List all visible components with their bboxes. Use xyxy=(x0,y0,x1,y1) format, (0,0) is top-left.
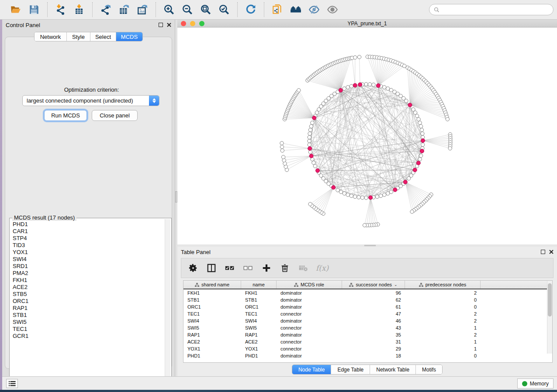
network-node[interactable] xyxy=(407,177,411,180)
network-node[interactable] xyxy=(349,84,353,88)
close-panel-button[interactable]: Close panel xyxy=(92,110,138,121)
network-node[interactable] xyxy=(313,164,317,168)
network-node[interactable] xyxy=(281,155,285,159)
network-node[interactable] xyxy=(346,86,349,89)
tab-node-table[interactable]: Node Table xyxy=(292,365,332,374)
mcds-node[interactable] xyxy=(353,83,357,87)
mcds-node[interactable] xyxy=(308,147,312,151)
network-node[interactable] xyxy=(386,192,390,195)
table-row[interactable]: PHD1PHD1dominator180 xyxy=(183,352,552,359)
mcds-node[interactable] xyxy=(309,154,313,158)
network-node[interactable] xyxy=(419,124,422,128)
mcds-result-item[interactable]: STB5 xyxy=(13,291,165,298)
clone-network-icon[interactable] xyxy=(270,2,285,17)
memory-button[interactable]: Memory xyxy=(517,378,554,389)
network-node[interactable] xyxy=(375,195,379,198)
network-node[interactable] xyxy=(418,158,422,161)
search-box[interactable] xyxy=(429,4,554,15)
export-image-icon[interactable] xyxy=(135,2,150,17)
hide-selected-icon[interactable] xyxy=(306,2,322,17)
network-node[interactable] xyxy=(336,188,339,192)
mcds-node[interactable] xyxy=(339,88,343,92)
network-node[interactable] xyxy=(379,194,382,197)
close-table-panel-icon[interactable] xyxy=(549,250,554,254)
network-node[interactable] xyxy=(311,121,314,124)
close-panel-icon[interactable] xyxy=(167,23,171,27)
table-row[interactable]: SWI4SWI4dominator462 xyxy=(183,317,552,324)
table-row[interactable]: RAP1RAP1dominator352 xyxy=(183,331,552,338)
network-node[interactable] xyxy=(364,196,368,199)
network-node[interactable] xyxy=(386,87,390,90)
table-row[interactable]: FKH1FKH1dominator962 xyxy=(183,289,552,296)
table-row[interactable]: SWI5SWI5connector431 xyxy=(183,324,552,331)
mcds-result-item[interactable]: PHD1 xyxy=(13,221,165,228)
mcds-result-item[interactable]: STP4 xyxy=(13,235,165,242)
mcds-result-item[interactable]: FKH1 xyxy=(13,277,165,284)
table-scrollbar[interactable] xyxy=(547,281,552,354)
network-node[interactable] xyxy=(308,135,311,139)
import-network-icon[interactable] xyxy=(53,2,69,17)
mcds-node[interactable] xyxy=(421,139,425,143)
network-node[interactable] xyxy=(343,192,346,195)
network-node[interactable] xyxy=(346,193,349,196)
network-node[interactable] xyxy=(389,190,393,193)
table-row[interactable]: STB1STB1dominator620 xyxy=(183,296,552,303)
refresh-icon[interactable] xyxy=(243,2,259,17)
mcds-node[interactable] xyxy=(408,103,412,107)
network-node[interactable] xyxy=(421,143,425,146)
mcds-node[interactable] xyxy=(403,180,407,184)
save-icon[interactable] xyxy=(26,2,42,17)
mcds-node[interactable] xyxy=(369,196,373,199)
network-node[interactable] xyxy=(410,210,414,213)
network-node[interactable] xyxy=(418,121,422,124)
network-node[interactable] xyxy=(308,132,311,135)
float-panel-icon[interactable] xyxy=(159,23,163,27)
window-minimize-light[interactable] xyxy=(190,21,195,26)
mcds-node[interactable] xyxy=(420,149,424,153)
window-close-light[interactable] xyxy=(181,21,186,26)
network-node[interactable] xyxy=(360,196,364,199)
table-row[interactable]: TEC1TEC1connector472 xyxy=(183,310,552,317)
horizontal-splitter-handle[interactable] xyxy=(364,245,376,246)
network-node[interactable] xyxy=(280,149,284,152)
network-node[interactable] xyxy=(357,196,360,199)
mcds-node[interactable] xyxy=(376,84,380,88)
export-table-icon[interactable] xyxy=(116,2,132,17)
network-node[interactable] xyxy=(280,145,284,148)
tab-mcds[interactable]: MCDS xyxy=(116,32,142,41)
mcds-node[interactable] xyxy=(416,161,420,165)
network-node[interactable] xyxy=(368,83,371,86)
deselect-all-icon[interactable] xyxy=(242,262,254,274)
network-node[interactable] xyxy=(364,83,368,86)
search-input[interactable] xyxy=(442,7,549,13)
mcds-node[interactable] xyxy=(332,186,336,189)
mcds-result-item[interactable]: STB1 xyxy=(13,312,165,319)
network-node[interactable] xyxy=(417,117,420,121)
zoom-in-icon[interactable] xyxy=(161,2,177,17)
network-node[interactable] xyxy=(420,128,423,131)
network-node[interactable] xyxy=(312,161,315,165)
network-node[interactable] xyxy=(372,83,375,86)
network-node[interactable] xyxy=(363,224,366,227)
network-canvas[interactable] xyxy=(177,28,557,244)
houses-icon[interactable] xyxy=(288,2,304,17)
network-node[interactable] xyxy=(421,132,424,135)
mcds-node[interactable] xyxy=(393,188,397,192)
criterion-dropdown[interactable]: largest connected component (undirected) xyxy=(22,95,159,106)
network-node[interactable] xyxy=(419,154,422,157)
mcds-result-item[interactable]: RAP1 xyxy=(13,305,165,312)
column-header-MCDS-role[interactable]: MCDS role xyxy=(277,281,342,289)
mcds-result-item[interactable]: TEC1 xyxy=(13,326,165,333)
export-network-icon[interactable] xyxy=(98,2,114,17)
window-zoom-light[interactable] xyxy=(199,21,204,26)
zoom-fit-icon[interactable] xyxy=(198,2,214,17)
mcds-result-item[interactable]: PMA2 xyxy=(13,270,165,277)
mcds-node[interactable] xyxy=(413,168,417,172)
tab-motifs[interactable]: Motifs xyxy=(416,365,442,374)
table-row[interactable]: ORC1ORC1dominator610 xyxy=(183,303,552,310)
mcds-result-list[interactable]: PHD1CAR1STP4TID3YOX1SWI4SRD1PMA2FKH1ACE2… xyxy=(10,219,165,378)
mcds-result-item[interactable]: CAR1 xyxy=(13,228,165,235)
network-node[interactable] xyxy=(308,128,312,131)
network-node[interactable] xyxy=(308,150,312,154)
mcds-result-item[interactable]: GCR1 xyxy=(13,333,165,340)
